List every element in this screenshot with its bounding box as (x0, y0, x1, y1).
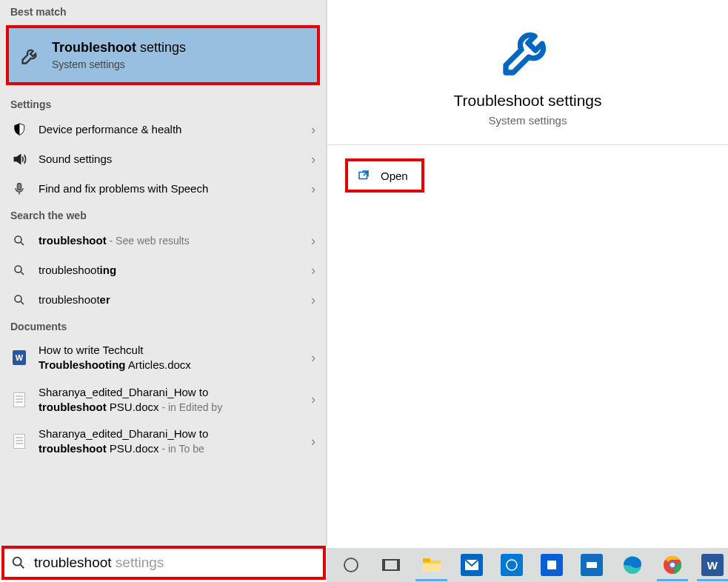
highlight-box-open: Open (345, 158, 424, 193)
chevron-right-icon: › (311, 233, 315, 249)
best-match-label: Troubleshoot settings System settings (52, 39, 307, 72)
svg-rect-9 (423, 558, 430, 562)
wrench-icon (498, 21, 558, 80)
section-header-web: Search the web (0, 204, 326, 226)
web-row-troubleshooter[interactable]: troubleshooter › (0, 285, 326, 315)
taskbar-file-explorer-button[interactable] (415, 549, 447, 581)
search-icon (10, 291, 28, 309)
search-icon (10, 555, 27, 571)
chevron-right-icon: › (311, 350, 315, 366)
chevron-right-icon: › (311, 181, 315, 197)
taskbar-task-view-button[interactable] (375, 549, 407, 581)
word-document-icon (10, 349, 28, 367)
section-header-settings: Settings (0, 93, 326, 115)
preview-title: Troubleshoot settings (327, 92, 728, 110)
settings-row-speech[interactable]: Find and fix problems with Speech › (0, 174, 326, 204)
svg-point-2 (15, 266, 21, 272)
svg-point-3 (15, 295, 21, 302)
web-row-label: troubleshoot - See web results (39, 233, 305, 248)
svg-point-5 (13, 558, 21, 566)
document-row-1[interactable]: How to write Techcult Troubleshooting Ar… (0, 337, 326, 379)
taskbar-app-button[interactable] (576, 549, 607, 581)
open-button-label: Open (381, 170, 408, 182)
preview-header: Troubleshoot settings System settings (327, 0, 728, 127)
svg-point-12 (507, 560, 517, 570)
highlight-box-best-match: Troubleshoot settings System settings (6, 25, 320, 85)
search-icon (10, 232, 28, 250)
search-results-panel: Best match Troubleshoot settings System … (0, 0, 327, 546)
document-icon (10, 391, 28, 409)
taskbar-cortana-button[interactable] (335, 549, 367, 581)
taskbar-edge-button[interactable] (616, 549, 647, 581)
section-header-documents: Documents (0, 315, 326, 337)
document-row-label: Sharanya_edited_Dharani_How to troublesh… (39, 427, 305, 457)
svg-point-18 (670, 563, 675, 567)
chevron-right-icon: › (311, 263, 315, 278)
speaker-icon (10, 150, 28, 168)
section-header-best-match: Best match (0, 0, 326, 22)
search-icon (10, 261, 28, 279)
chevron-right-icon: › (311, 122, 315, 138)
settings-row-label: Sound settings (39, 152, 305, 167)
open-icon (357, 169, 370, 182)
open-button[interactable]: Open (348, 161, 421, 190)
document-row-2[interactable]: Sharanya_edited_Dharani_How to troublesh… (0, 379, 326, 421)
svg-point-6 (344, 558, 358, 572)
document-icon (10, 432, 28, 450)
svg-point-1 (15, 236, 21, 243)
svg-rect-0 (18, 184, 21, 190)
taskbar-app-dell-button[interactable] (496, 549, 527, 581)
document-row-label: Sharanya_edited_Dharani_How to troublesh… (39, 385, 305, 415)
document-row-label: How to write Techcult Troubleshooting Ar… (39, 343, 305, 373)
chevron-right-icon: › (311, 392, 315, 407)
preview-subtitle: System settings (327, 114, 728, 127)
wrench-icon (19, 44, 41, 67)
shield-icon (10, 121, 28, 138)
chevron-right-icon: › (311, 152, 315, 167)
web-row-label: troubleshooting (39, 263, 305, 278)
search-box[interactable]: troubleshoot settings (1, 546, 326, 580)
svg-rect-13 (547, 561, 556, 569)
divider (327, 144, 728, 145)
svg-rect-7 (384, 560, 398, 570)
chevron-right-icon: › (311, 292, 315, 308)
taskbar-chrome-button[interactable] (657, 549, 688, 581)
preview-panel: Troubleshoot settings System settings Op… (327, 0, 728, 546)
search-input[interactable] (34, 555, 264, 571)
taskbar: W (327, 548, 728, 582)
settings-row-sound[interactable]: Sound settings › (0, 144, 326, 174)
microphone-icon (10, 180, 28, 198)
taskbar-mail-button[interactable] (456, 549, 487, 581)
settings-row-device-performance[interactable]: Device performance & health › (0, 115, 326, 144)
chevron-right-icon: › (311, 434, 315, 449)
taskbar-app-button[interactable] (536, 549, 567, 581)
settings-row-label: Device performance & health (39, 122, 305, 137)
svg-rect-10 (423, 563, 441, 572)
settings-row-label: Find and fix problems with Speech (39, 181, 305, 196)
taskbar-word-button[interactable]: W (697, 549, 728, 581)
web-row-troubleshooting[interactable]: troubleshooting › (0, 255, 326, 285)
web-row-label: troubleshooter (39, 292, 305, 307)
svg-rect-14 (587, 562, 597, 568)
document-row-3[interactable]: Sharanya_edited_Dharani_How to troublesh… (0, 421, 326, 463)
web-row-troubleshoot[interactable]: troubleshoot - See web results › (0, 226, 326, 255)
best-match-result[interactable]: Troubleshoot settings System settings (9, 28, 317, 82)
